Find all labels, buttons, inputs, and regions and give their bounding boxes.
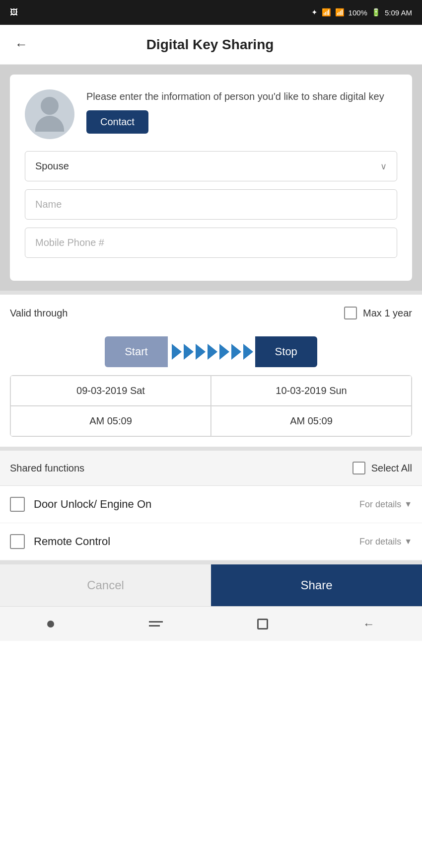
chevron-2	[184, 344, 194, 360]
start-date-cell[interactable]: 09-03-2019 Sat	[10, 376, 211, 406]
details-chevron-icon-1: ▼	[404, 537, 412, 546]
start-stop-row: Start Stop	[0, 331, 422, 375]
stop-button[interactable]: Stop	[255, 336, 317, 367]
for-details-button-0[interactable]: For details ▼	[359, 499, 412, 510]
for-details-label-0: For details	[359, 499, 401, 510]
function-checkbox-1[interactable]	[10, 534, 25, 549]
chevron-down-icon: ∨	[380, 161, 387, 172]
nav-lines-icon	[149, 621, 163, 627]
nav-item-home[interactable]	[252, 614, 273, 634]
start-button[interactable]: Start	[105, 336, 167, 367]
header: ← Digital Key Sharing	[0, 25, 422, 65]
nav-item-menu[interactable]	[144, 616, 168, 631]
valid-through-row: Valid through Max 1 year	[0, 295, 422, 331]
shared-functions-label: Shared functions	[10, 463, 84, 474]
avatar	[25, 89, 74, 139]
nav-bar: ←	[0, 606, 422, 641]
bluetooth-icon: ✦	[311, 8, 318, 17]
relationship-select-wrapper[interactable]: Spouse ∨	[25, 151, 397, 181]
valid-through-label: Valid through	[10, 308, 68, 319]
chevron-1	[172, 344, 182, 360]
nav-item-dot[interactable]	[42, 616, 59, 632]
function-left-0: Door Unlock/ Engine On	[10, 497, 151, 512]
separator-3	[0, 560, 422, 564]
stop-date-cell[interactable]: 10-03-2019 Sun	[211, 376, 412, 406]
chevron-4	[208, 344, 217, 360]
cancel-button[interactable]: Cancel	[0, 564, 211, 606]
function-row-1: Remote Control For details ▼	[0, 523, 422, 560]
avatar-body	[35, 116, 64, 132]
chevron-7	[243, 344, 253, 360]
for-details-label-1: For details	[359, 537, 401, 547]
contact-description: Please enter the information of person y…	[86, 89, 397, 103]
avatar-person-icon	[35, 97, 64, 132]
function-left-1: Remote Control	[10, 534, 110, 549]
chevron-5	[219, 344, 229, 360]
shared-functions-section: Shared functions Select All Door Unlock/…	[0, 451, 422, 560]
function-name-1: Remote Control	[34, 535, 110, 548]
nav-dot-icon	[47, 621, 54, 628]
arrow-chevrons-icon	[170, 344, 253, 360]
time-text: 5:09 AM	[385, 8, 412, 17]
max-year-checkbox[interactable]	[344, 307, 357, 319]
shared-functions-header: Shared functions Select All	[0, 451, 422, 486]
for-details-button-1[interactable]: For details ▼	[359, 537, 412, 547]
start-time-cell[interactable]: AM 05:09	[10, 406, 211, 436]
page-title: Digital Key Sharing	[38, 37, 382, 53]
nav-line-bottom	[149, 625, 160, 627]
nav-line-top	[149, 621, 163, 623]
separator-1	[0, 291, 422, 295]
select-all-row: Select All	[352, 462, 412, 474]
contact-button[interactable]: Contact	[86, 110, 148, 134]
contact-row: Please enter the information of person y…	[25, 89, 397, 139]
function-row-0: Door Unlock/ Engine On For details ▼	[0, 486, 422, 523]
datetime-grid: 09-03-2019 Sat 10-03-2019 Sun AM 05:09 A…	[10, 375, 412, 437]
function-checkbox-0[interactable]	[10, 497, 25, 512]
nav-square-icon	[257, 619, 268, 630]
card-area: Please enter the information of person y…	[0, 65, 422, 291]
status-bar: 🖼 ✦ 📶 📶 100% 🔋 5:09 AM	[0, 0, 422, 25]
details-chevron-icon-0: ▼	[404, 500, 412, 509]
relationship-select[interactable]: Spouse ∨	[25, 151, 397, 181]
wifi-icon: 📶	[322, 8, 331, 17]
relationship-value: Spouse	[35, 160, 69, 172]
nav-back-icon: ←	[363, 617, 375, 631]
info-card: Please enter the information of person y…	[10, 75, 412, 281]
back-button[interactable]: ←	[15, 37, 28, 52]
name-input[interactable]	[25, 189, 397, 220]
separator-2	[0, 447, 422, 451]
max-year-label: Max 1 year	[363, 308, 412, 319]
arrow-divider	[168, 344, 255, 360]
nav-item-back[interactable]: ←	[358, 612, 380, 636]
stop-time-cell[interactable]: AM 05:09	[211, 406, 412, 436]
select-all-label: Select All	[371, 463, 412, 474]
status-bar-left: 🖼	[10, 8, 18, 17]
photo-icon: 🖼	[10, 8, 18, 17]
share-button[interactable]: Share	[211, 564, 422, 606]
chevron-6	[231, 344, 241, 360]
function-name-0: Door Unlock/ Engine On	[34, 498, 151, 511]
chevron-3	[196, 344, 206, 360]
avatar-head	[41, 97, 59, 115]
bottom-bar: Cancel Share	[0, 564, 422, 606]
max-year-row: Max 1 year	[344, 307, 412, 319]
status-bar-right: ✦ 📶 📶 100% 🔋 5:09 AM	[311, 8, 412, 17]
contact-info: Please enter the information of person y…	[86, 89, 397, 134]
battery-text: 100%	[349, 8, 367, 17]
phone-input[interactable]	[25, 228, 397, 258]
battery-icon: 🔋	[371, 8, 381, 17]
select-all-checkbox[interactable]	[352, 462, 365, 474]
signal-icon: 📶	[335, 8, 345, 17]
